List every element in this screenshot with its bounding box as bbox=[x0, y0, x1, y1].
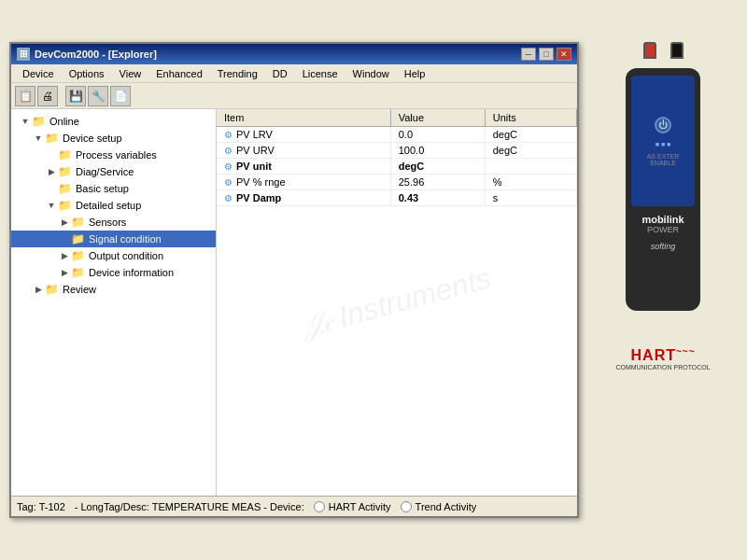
status-tag: Tag: T-102 bbox=[17, 501, 65, 512]
device-power-icon: ⏻ bbox=[655, 117, 671, 133]
folder-icon-device-information: 📁 bbox=[71, 266, 86, 279]
device-screen: ⏻ ■ ■ ■ AS EXTER ENABLE bbox=[631, 76, 695, 206]
menu-enhanced[interactable]: Enhanced bbox=[148, 66, 210, 81]
tree-label-signal-condition: Signal condition bbox=[89, 233, 162, 245]
table-cell-units: degC bbox=[485, 127, 576, 143]
menu-license[interactable]: License bbox=[295, 66, 345, 81]
table-cell-item: ⚙PV % rnge bbox=[217, 175, 390, 190]
table-cell-item: ⚙PV URV bbox=[217, 143, 390, 159]
tree-label-online: Online bbox=[49, 116, 79, 127]
folder-icon-signal-condition: 📁 bbox=[71, 232, 86, 245]
toggle-device-information[interactable]: ▶ bbox=[58, 266, 71, 279]
table-cell-units: s bbox=[485, 190, 576, 206]
col-header-units: Units bbox=[485, 109, 576, 127]
tree-item-sensors[interactable]: ▶ 📁 Sensors bbox=[11, 214, 216, 231]
menu-help[interactable]: Help bbox=[397, 66, 433, 81]
tree-item-device-setup[interactable]: ▼ 📁 Device setup bbox=[11, 130, 216, 147]
table-row[interactable]: ⚙PV unitdegC bbox=[217, 159, 577, 175]
minimize-button[interactable]: ─ bbox=[521, 48, 536, 61]
trend-activity-indicator bbox=[401, 501, 412, 512]
close-button[interactable]: ✕ bbox=[557, 48, 571, 61]
folder-icon-device-setup: 📁 bbox=[45, 132, 60, 145]
tree-label-diag-service: Diag/Service bbox=[76, 166, 134, 177]
tree-label-basic-setup: Basic setup bbox=[76, 183, 129, 194]
tree-panel[interactable]: ▼ 📁 Online ▼ 📁 Device setup 📁 Process va… bbox=[11, 109, 217, 496]
device-panel: ⏻ ■ ■ ■ AS EXTER ENABLE mobilink POWER s… bbox=[588, 42, 738, 518]
status-desc: - LongTag/Desc: TEMPERATURE MEAS - Devic… bbox=[75, 501, 304, 512]
table-cell-item: ⚙PV LRV bbox=[217, 127, 390, 143]
tree-item-signal-condition[interactable]: 📁 Signal condition bbox=[11, 231, 216, 247]
title-bar: ⊞ DevCom2000 - [Explorer] ─ □ ✕ bbox=[11, 44, 577, 64]
toolbar-btn-5[interactable]: 📄 bbox=[110, 86, 131, 106]
table-cell-value: 0.0 bbox=[390, 127, 485, 143]
table-cell-value: 0.43 bbox=[390, 190, 485, 206]
tree-item-device-information[interactable]: ▶ 📁 Device information bbox=[11, 264, 216, 281]
tree-item-review[interactable]: ▶ 📁 Review bbox=[11, 281, 216, 298]
toggle-diag-service[interactable]: ▶ bbox=[45, 165, 58, 178]
table-row[interactable]: ⚙PV % rnge25.96% bbox=[217, 175, 577, 190]
hart-activity-indicator bbox=[314, 501, 325, 512]
table-row[interactable]: ⚙PV LRV0.0degC bbox=[217, 127, 577, 143]
connector-black bbox=[670, 42, 684, 59]
hart-activity-segment: HART Activity bbox=[314, 501, 391, 512]
toolbar-btn-3[interactable]: 💾 bbox=[65, 86, 86, 106]
tree-item-basic-setup[interactable]: 📁 Basic setup bbox=[11, 180, 216, 197]
device-screen-label2: ENABLE bbox=[650, 160, 676, 166]
device-screen-label: AS EXTER bbox=[647, 153, 680, 160]
table-row[interactable]: ⚙PV Damp0.43s bbox=[217, 190, 577, 206]
menu-device[interactable]: Device bbox=[15, 66, 62, 81]
toolbar-btn-4[interactable]: 🔧 bbox=[88, 86, 108, 106]
maximize-button[interactable]: □ bbox=[539, 48, 554, 61]
tree-item-process-variables[interactable]: 📁 Process variables bbox=[11, 147, 216, 163]
tree-item-detailed-setup[interactable]: ▼ 📁 Detailed setup bbox=[11, 197, 216, 214]
menu-view[interactable]: View bbox=[112, 66, 149, 81]
hart-activity-label: HART Activity bbox=[329, 501, 391, 512]
toggle-signal-condition bbox=[58, 232, 71, 245]
hart-logo: HART~~~ COMMUNICATION PROTOCOL bbox=[615, 346, 710, 371]
trend-activity-segment: Trend Activity bbox=[401, 501, 477, 512]
data-table: Item Value Units ⚙PV LRV0.0degC⚙PV URV10… bbox=[217, 109, 577, 206]
toggle-detailed-setup[interactable]: ▼ bbox=[45, 199, 58, 212]
col-header-value: Value bbox=[390, 109, 485, 127]
folder-icon-diag-service: 📁 bbox=[58, 165, 73, 178]
toolbar-btn-1[interactable]: 📋 bbox=[15, 86, 35, 106]
toggle-output-condition[interactable]: ▶ bbox=[58, 249, 71, 262]
tree-item-diag-service[interactable]: ▶ 📁 Diag/Service bbox=[11, 163, 216, 180]
toggle-process-variables bbox=[45, 148, 58, 161]
device-body: ⏻ ■ ■ ■ AS EXTER ENABLE mobilink POWER s… bbox=[626, 68, 700, 311]
col-header-item: Item bbox=[217, 109, 390, 127]
folder-icon-online: 📁 bbox=[32, 115, 47, 128]
menu-options[interactable]: Options bbox=[62, 66, 112, 81]
row-icon: ⚙ bbox=[224, 161, 233, 172]
tree-label-review: Review bbox=[63, 284, 96, 295]
device-screen-indicators: ■ ■ ■ bbox=[655, 141, 671, 147]
hart-text: HART~~~ bbox=[615, 346, 710, 364]
tree-item-online[interactable]: ▼ 📁 Online bbox=[11, 113, 216, 130]
screen-background: ⊞ DevCom2000 - [Explorer] ─ □ ✕ Device O… bbox=[0, 0, 747, 560]
app-icon: ⊞ bbox=[17, 48, 30, 61]
device-brand-sub-label: POWER bbox=[626, 225, 700, 234]
window-title: DevCom2000 - [Explorer] bbox=[35, 49, 157, 60]
toggle-review[interactable]: ▶ bbox=[32, 283, 45, 296]
menu-dd[interactable]: DD bbox=[265, 66, 295, 81]
tree-item-output-condition[interactable]: ▶ 📁 Output condition bbox=[11, 247, 216, 264]
folder-icon-detailed-setup: 📁 bbox=[58, 199, 73, 212]
menu-window[interactable]: Window bbox=[345, 66, 397, 81]
table-row[interactable]: ⚙PV URV100.0degC bbox=[217, 143, 577, 159]
toggle-online[interactable]: ▼ bbox=[19, 115, 32, 128]
toolbar-btn-2[interactable]: 🖨 bbox=[37, 86, 58, 106]
watermark: 𝒥𝓍 Instruments bbox=[299, 260, 495, 343]
toggle-basic-setup bbox=[45, 182, 58, 195]
tree-label-sensors: Sensors bbox=[89, 217, 126, 228]
toggle-device-setup[interactable]: ▼ bbox=[32, 132, 45, 145]
folder-icon-process-variables: 📁 bbox=[58, 148, 73, 161]
table-cell-units bbox=[485, 159, 576, 175]
main-window: ⊞ DevCom2000 - [Explorer] ─ □ ✕ Device O… bbox=[9, 42, 579, 518]
hart-sub-text: COMMUNICATION PROTOCOL bbox=[615, 364, 710, 371]
status-bar: Tag: T-102 - LongTag/Desc: TEMPERATURE M… bbox=[11, 496, 577, 516]
menu-trending[interactable]: Trending bbox=[210, 66, 265, 81]
title-bar-left: ⊞ DevCom2000 - [Explorer] bbox=[17, 48, 157, 61]
table-cell-item: ⚙PV Damp bbox=[217, 190, 390, 206]
content-area: ▼ 📁 Online ▼ 📁 Device setup 📁 Process va… bbox=[11, 109, 577, 496]
toggle-sensors[interactable]: ▶ bbox=[58, 216, 71, 229]
